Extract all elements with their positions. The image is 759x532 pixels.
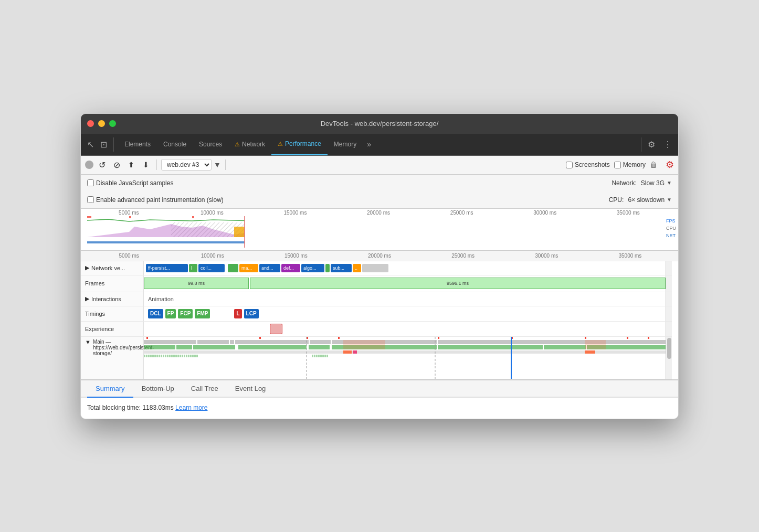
settings-icon[interactable]: ⚙ [646,137,657,152]
learn-more-link[interactable]: Learn more [175,404,207,411]
network-setting: Network: Slow 3G ▼ [612,179,672,187]
net-chip-8[interactable]: sub... [331,264,352,272]
net-chip-1[interactable]: ff-persist... [146,264,188,272]
screenshots-checkbox[interactable] [566,162,573,168]
disable-js-text: Disable JavaScript samples [96,179,173,187]
tabs-list: Elements Console Sources ⚠ Network ⚠ Per… [118,134,641,155]
network-dropdown[interactable]: Slow 3G ▼ [641,179,672,187]
tab-memory[interactable]: Memory [328,134,363,155]
experience-label-text: Experience [85,326,114,332]
upload-button[interactable]: ⬆ [125,158,138,171]
interactions-track-label[interactable]: ▶ Interactions [81,292,144,306]
svg-rect-34 [193,345,235,349]
profile-selector[interactable]: web.dev #3 [161,159,212,171]
fp-badge[interactable]: FP [165,309,176,318]
record-button[interactable] [85,161,93,169]
clear-button[interactable]: ⊘ [110,158,123,171]
cpu-dropdown[interactable]: 6× slowdown ▼ [628,196,672,204]
network-track-arrow: ▶ [85,264,89,271]
net-chip-7[interactable]: algo... [301,264,324,272]
frames-track-row: Frames 99.8 ms 9596.1 ms [81,275,672,292]
net-chip-6[interactable]: def... [281,264,300,272]
svg-rect-75 [318,355,320,357]
profile-dropdown-icon[interactable]: ▼ [214,161,221,169]
download-button[interactable]: ⬇ [140,158,152,171]
tab-call-tree[interactable]: Call Tree [183,380,227,398]
svg-rect-71 [196,355,198,357]
svg-rect-60 [173,355,175,357]
svg-rect-31 [438,340,666,344]
svg-rect-28 [235,340,309,344]
minimize-button[interactable] [98,120,105,127]
device-icon[interactable]: ⊡ [98,137,109,152]
tab-console[interactable]: Console [157,134,193,155]
track-scrollbar [666,261,672,275]
experience-block [270,324,282,334]
net-chip-7b[interactable] [325,264,330,272]
traffic-lights [87,120,116,127]
cpu-setting: CPU: 6× slowdown ▼ [609,196,672,204]
cpu-setting-label: CPU: [609,196,624,204]
more-tabs-button[interactable]: » [363,140,375,148]
net-chip-3[interactable]: coll... [198,264,225,272]
memory-checkbox-label[interactable]: Memory [614,161,646,168]
svg-rect-65 [184,355,185,357]
tab-elements[interactable]: Elements [118,134,157,155]
fmp-badge[interactable]: FMP [195,309,210,318]
svg-rect-19 [338,337,340,339]
main-scrollbar[interactable] [666,337,672,379]
net-chip-4b[interactable] [228,264,238,272]
svg-rect-24 [648,337,649,339]
svg-rect-23 [627,337,628,339]
tab-bottom-up[interactable]: Bottom-Up [133,380,183,398]
frames-track-content[interactable]: 99.8 ms 9596.1 ms [144,275,666,292]
tab-event-log[interactable]: Event Log [227,380,275,398]
toolbar: ↺ ⊘ ⬆ ⬇ web.dev #3 ▼ Screenshots Memory … [81,156,678,175]
tab-sources[interactable]: Sources [193,134,228,155]
menu-icon[interactable]: ⋮ [661,137,674,152]
net-chip-4[interactable]: ma... [239,264,258,272]
memory-checkbox[interactable] [614,162,621,168]
maximize-button[interactable] [109,120,116,127]
svg-rect-74 [316,355,318,357]
net-chip-5[interactable]: and... [259,264,280,272]
reload-button[interactable]: ↺ [96,158,108,171]
advanced-paint-checkbox[interactable] [87,196,94,203]
close-button[interactable] [87,120,94,127]
tab-network[interactable]: ⚠ Network [228,134,271,155]
advanced-paint-label[interactable]: Enable advanced paint instrumentation (s… [87,196,224,204]
tab-performance[interactable]: ⚠ Performance [271,134,328,155]
timeline-overview[interactable]: 5000 ms 10000 ms 15000 ms 20000 ms 25000… [81,209,678,251]
lcp-badge[interactable]: LCP [244,309,259,318]
disable-js-label[interactable]: Disable JavaScript samples [87,179,173,187]
network-track-row: ▶ Network ve... ff-persist... l coll... … [81,261,672,275]
l-badge[interactable]: L [234,309,241,318]
svg-rect-2 [192,216,194,218]
frames-scrollbar [666,275,672,292]
overview-ruler: 5000 ms 10000 ms 15000 ms 20000 ms 25000… [87,210,670,216]
svg-rect-45 [585,350,595,354]
network-track-content[interactable]: ff-persist... l coll... ma... and... def… [144,261,666,275]
experience-scrollbar [666,322,672,336]
fcp-badge[interactable]: FCP [178,309,193,318]
net-chip-9[interactable]: .. [353,264,361,272]
settings-cog-button[interactable]: ⚙ [666,159,674,171]
ruler-tick-35000: 35000 ms [586,210,670,216]
interactions-track-content[interactable]: Animation [144,292,666,306]
experience-track-content[interactable] [144,322,666,336]
main-track-content[interactable] [144,337,666,379]
dcl-badge[interactable]: DCL [148,309,163,318]
net-chip-10[interactable] [362,264,388,272]
inspect-icon[interactable]: ↖ [85,137,96,152]
screenshots-checkbox-label[interactable]: Screenshots [566,161,610,168]
tab-bar-right: ⚙ ⋮ [641,137,674,152]
net-chip-2[interactable]: l [189,264,197,272]
tab-summary-label: Summary [96,385,125,392]
tab-summary[interactable]: Summary [87,380,133,398]
network-track-label[interactable]: ▶ Network ve... [81,261,144,275]
svg-rect-66 [186,355,187,357]
svg-rect-27 [230,340,234,344]
disable-js-checkbox[interactable] [87,179,94,186]
timings-track-content[interactable]: DCL FP FCP FMP L LCP [144,306,666,321]
trash-button[interactable]: 🗑 [650,161,657,169]
